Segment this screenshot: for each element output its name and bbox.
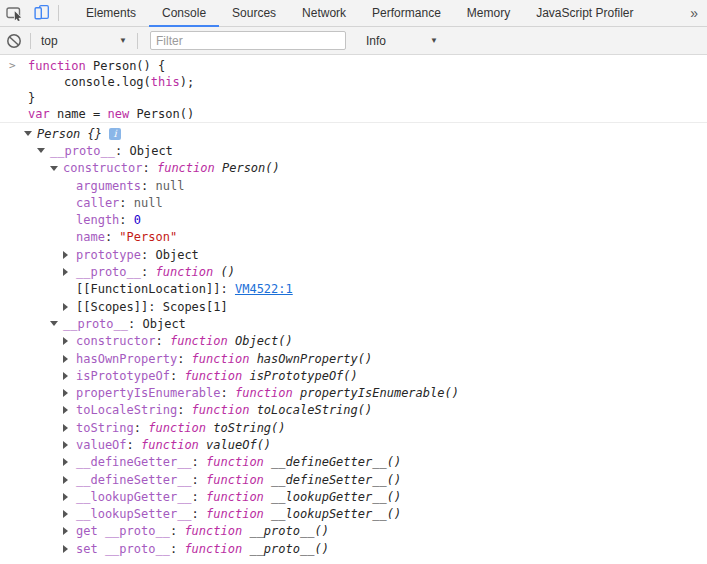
property-value: "Person": [119, 230, 177, 244]
property-value: function: [192, 352, 257, 366]
tab-elements[interactable]: Elements: [73, 0, 149, 26]
tab-console[interactable]: Console: [149, 0, 219, 26]
tree-row[interactable]: __lookupGetter__: function __lookupGette…: [0, 488, 707, 505]
disclosure-triangle-icon[interactable]: [63, 303, 76, 311]
tab-memory[interactable]: Memory: [454, 0, 523, 26]
property-value: Person {}: [37, 127, 102, 141]
property-value: :: [170, 524, 184, 538]
property-value: :: [119, 196, 133, 210]
disclosure-triangle-icon[interactable]: [24, 131, 37, 136]
disclosure-triangle-icon[interactable]: [63, 337, 76, 345]
property-name: isPrototypeOf: [76, 369, 170, 383]
info-icon[interactable]: i: [109, 128, 121, 140]
property-value: toString(): [213, 421, 285, 435]
property-value: :: [128, 317, 142, 331]
disclosure-triangle-icon[interactable]: [63, 372, 76, 380]
property-value: function: [148, 421, 213, 435]
code-line: console.log(this);: [28, 74, 707, 90]
tree-row[interactable]: length: 0: [0, 211, 707, 228]
tree-row[interactable]: propertyIsEnumerable: function propertyI…: [0, 384, 707, 401]
tree-row[interactable]: isPrototypeOf: function isPrototypeOf(): [0, 367, 707, 384]
tree-row[interactable]: set __proto__: function __proto__(): [0, 540, 707, 557]
disclosure-triangle-icon[interactable]: [37, 148, 50, 153]
code-token: Person() {: [86, 59, 165, 73]
log-level-label: Info: [358, 34, 386, 48]
tree-row[interactable]: constructor: function Object(): [0, 333, 707, 350]
tab-network[interactable]: Network: [289, 0, 359, 26]
code-token: function: [28, 59, 86, 73]
tree-row[interactable]: hasOwnProperty: function hasOwnProperty(…: [0, 350, 707, 367]
context-selector-label: top: [33, 34, 58, 48]
disclosure-triangle-icon[interactable]: [63, 424, 76, 432]
tree-row[interactable]: valueOf: function valueOf(): [0, 436, 707, 453]
tab-sources[interactable]: Sources: [219, 0, 289, 26]
disclosure-triangle-icon[interactable]: [50, 321, 63, 326]
tree-row[interactable]: __proto__: Object: [0, 315, 707, 332]
disclosure-triangle-icon[interactable]: [63, 458, 76, 466]
disclosure-triangle-icon[interactable]: [63, 527, 76, 535]
disclosure-triangle-icon[interactable]: [63, 493, 76, 501]
tree-row[interactable]: name: "Person": [0, 229, 707, 246]
tree-row[interactable]: __defineSetter__: function __defineSette…: [0, 471, 707, 488]
property-value: Scopes[1]: [163, 300, 228, 314]
property-value: :: [192, 490, 206, 504]
disclosure-triangle-icon[interactable]: [63, 441, 76, 449]
execution-context-selector[interactable]: top ▼: [33, 27, 135, 54]
disclosure-triangle-icon[interactable]: [63, 545, 76, 553]
disclosure-triangle-icon[interactable]: [63, 268, 76, 276]
property-value: function: [184, 369, 249, 383]
property-value: function: [235, 386, 300, 400]
device-toolbar-button[interactable]: [28, 0, 56, 26]
disclosure-triangle-icon[interactable]: [63, 476, 76, 484]
more-tabs-button[interactable]: »: [681, 5, 707, 21]
tree-row[interactable]: __proto__: function (): [0, 263, 707, 280]
property-value: hasOwnProperty(): [257, 352, 373, 366]
disclosure-triangle-icon[interactable]: [63, 251, 76, 259]
tree-row[interactable]: [[Scopes]]: Scopes[1]: [0, 298, 707, 315]
property-name: __proto__: [76, 265, 141, 279]
tree-row[interactable]: caller: null: [0, 194, 707, 211]
tree-row[interactable]: arguments: null: [0, 177, 707, 194]
disclosure-triangle-icon[interactable]: [50, 166, 63, 171]
console-toolbar: top ▼ Info ▼: [0, 27, 707, 55]
property-value: :: [221, 282, 235, 296]
clear-console-button[interactable]: [0, 28, 28, 54]
tree-row[interactable]: toLocaleString: function toLocaleString(…: [0, 402, 707, 419]
property-value: __defineGetter__(): [271, 455, 401, 469]
tree-row[interactable]: constructor: function Person(): [0, 160, 707, 177]
disclosure-triangle-icon[interactable]: [63, 355, 76, 363]
property-name: name: [76, 230, 105, 244]
source-location-link[interactable]: VM4522:1: [235, 282, 293, 296]
property-value: function: [184, 524, 249, 538]
tree-row[interactable]: __proto__: Object: [0, 142, 707, 159]
property-name: caller: [76, 196, 119, 210]
tree-row[interactable]: Person {}i: [0, 125, 707, 142]
filter-input[interactable]: [150, 31, 346, 50]
property-value: __lookupGetter__(): [271, 490, 401, 504]
disclosure-triangle-icon[interactable]: [63, 510, 76, 518]
disclosure-triangle-icon[interactable]: [63, 389, 76, 397]
log-level-selector[interactable]: Info ▼: [358, 27, 446, 54]
tree-row[interactable]: [[FunctionLocation]]: VM4522:1: [0, 281, 707, 298]
devtools-tab-bar: ElementsConsoleSourcesNetworkPerformance…: [0, 0, 707, 27]
property-value: :: [115, 144, 129, 158]
code-token: );: [180, 75, 194, 89]
disclosure-triangle-icon[interactable]: [63, 406, 76, 414]
tree-row[interactable]: get __proto__: function __proto__(): [0, 523, 707, 540]
tree-row[interactable]: __defineGetter__: function __defineGette…: [0, 454, 707, 471]
tab-bar-divider: [58, 5, 59, 21]
property-value: __defineSetter__(): [271, 473, 401, 487]
tree-row[interactable]: prototype: Object: [0, 246, 707, 263]
property-value: function: [157, 161, 222, 175]
toolbar-divider: [30, 33, 31, 49]
inspect-element-button[interactable]: [0, 0, 28, 26]
property-name: prototype: [76, 248, 141, 262]
property-name: arguments: [76, 179, 141, 193]
code-token: var: [28, 107, 50, 121]
tree-row[interactable]: toString: function toString(): [0, 419, 707, 436]
code-line: var name = new Person(): [28, 106, 707, 122]
tree-row[interactable]: __lookupSetter__: function __lookupSette…: [0, 506, 707, 523]
tab-performance[interactable]: Performance: [359, 0, 454, 26]
property-value: __lookupSetter__(): [271, 507, 401, 521]
tab-javascript-profiler[interactable]: JavaScript Profiler: [523, 0, 646, 26]
